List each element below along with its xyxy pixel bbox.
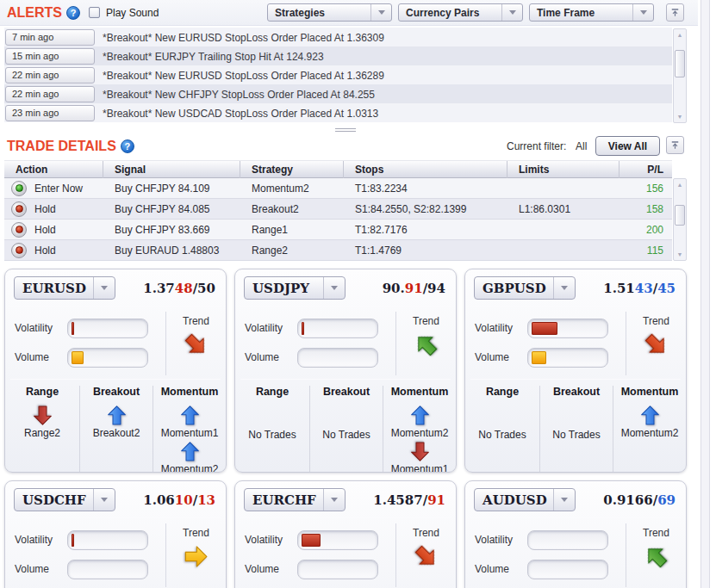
action-cell: Enter Now	[4, 181, 103, 196]
alerts-header-bar: ALERTS ? Play Sound Strategies Currency …	[0, 0, 698, 26]
pair-select-dropdown[interactable]: EURUSD	[14, 276, 115, 300]
volume-label: Volume	[235, 351, 297, 363]
alert-message: *Breakout* EURJPY Trailing Stop Hit At 1…	[103, 51, 324, 63]
column-header-limits[interactable]: Limits	[507, 161, 619, 178]
pair-select-dropdown[interactable]: GBPUSD	[474, 276, 576, 300]
column-header-action[interactable]: Action	[4, 161, 103, 178]
play-sound-checkbox[interactable]	[89, 7, 100, 18]
alert-message: *Breakout* New EURUSD StopLoss Order Pla…	[103, 70, 384, 82]
alert-row[interactable]: 7 min ago *Breakout* New EURUSD StopLoss…	[4, 28, 672, 46]
trade-row[interactable]: Hold Buy CHFJPY 83.669 Range1 T1:82.7176…	[4, 220, 672, 240]
column-header-strategy[interactable]: Strategy	[240, 161, 344, 178]
trend-arrow-icon	[414, 332, 439, 357]
price-segment: 91	[405, 281, 423, 296]
panel-meters-section: Volatility Volume Trend	[235, 518, 456, 588]
price-segment: 1.37	[143, 281, 175, 296]
alerts-scrollbar[interactable]: ▲ ▼	[673, 28, 687, 123]
panel-meters-section: Volatility Volume Trend	[235, 306, 456, 379]
momentum-column-header: Momentum	[383, 386, 456, 403]
alert-time-button[interactable]: 7 min ago	[5, 29, 95, 46]
panel-meters-section: Volatility Volume Trend	[465, 306, 686, 379]
help-icon[interactable]: ?	[121, 139, 134, 153]
current-filter-value: All	[576, 140, 587, 152]
alert-time-button[interactable]: 22 min ago	[5, 86, 95, 102]
volatility-label: Volatility	[5, 322, 67, 334]
chevron-down-icon	[632, 4, 653, 21]
alert-time-button[interactable]: 22 min ago	[5, 67, 95, 84]
page-scrollbar[interactable]	[700, 0, 710, 588]
trend-box: Trend	[626, 306, 686, 361]
action-label: Hold	[34, 244, 56, 257]
trend-label: Trend	[166, 527, 226, 539]
view-all-button[interactable]: View All	[595, 136, 660, 156]
chevron-down-icon	[553, 489, 575, 511]
column-header-signal[interactable]: Signal	[103, 161, 240, 178]
up-arrow-icon	[153, 405, 226, 426]
action-label: Hold	[34, 224, 56, 236]
pair-name: GBPUSD	[475, 281, 553, 296]
trade-row[interactable]: Hold Buy CHFJPY 84.085 Breakout2 S1:84.2…	[4, 199, 672, 220]
trade-row[interactable]: Enter Now Buy CHFJPY 84.109 Momentum2 T1…	[4, 178, 672, 199]
column-header-pl[interactable]: P/L	[619, 161, 672, 178]
status-icon	[11, 201, 27, 217]
volatility-meter-fill	[72, 322, 74, 335]
collapse-panel-button[interactable]	[666, 3, 684, 22]
volatility-meter-fill	[72, 534, 74, 547]
alert-row[interactable]: 23 min ago *Breakout* New USDCAD StopLos…	[4, 103, 672, 122]
breakout-column: Breakout No Trades	[309, 386, 383, 473]
scrollbar-thumb[interactable]	[675, 50, 685, 77]
pair-name: USDJPY	[245, 281, 323, 296]
scroll-up-icon[interactable]: ▲	[674, 179, 686, 190]
price-segment: 1.4587	[373, 492, 422, 508]
volatility-label: Volatility	[5, 534, 67, 546]
signal-cell: Buy EURAUD 1.48803	[103, 244, 240, 257]
pair-name: EURUSD	[15, 281, 93, 296]
range-column-body: No Trades	[235, 429, 309, 441]
trade-details-header: TRADE DETAILS ? Current filter: All View…	[0, 133, 698, 159]
collapse-panel-button[interactable]	[666, 136, 684, 154]
resize-gripper[interactable]	[335, 127, 356, 132]
time-frame-dropdown[interactable]: Time Frame	[529, 3, 654, 22]
pair-select-dropdown[interactable]: EURCHF	[244, 488, 346, 511]
panel-meters-section: Volatility Volume Trend	[465, 518, 686, 588]
currency-pairs-dropdown[interactable]: Currency Pairs	[398, 3, 523, 22]
volume-meter	[527, 560, 608, 579]
pair-select-dropdown[interactable]: AUDUSD	[474, 488, 576, 511]
volatility-meter-fill	[302, 322, 304, 335]
alert-row[interactable]: 22 min ago *Breakout* New EURUSD StopLos…	[4, 65, 672, 84]
alert-time-button[interactable]: 15 min ago	[5, 48, 95, 65]
alert-row[interactable]: 22 min ago *Breakout* New CHFJPY StopLos…	[4, 84, 672, 103]
volume-label: Volume	[235, 563, 297, 575]
volume-meter	[67, 560, 148, 579]
volume-meter	[297, 348, 378, 368]
pair-select-dropdown[interactable]: USDCHF	[14, 488, 115, 511]
alert-message-cell: *Breakout* New EURUSD StopLoss Order Pla…	[95, 67, 672, 83]
column-header-stops[interactable]: Stops	[344, 161, 507, 178]
trades-scrollbar[interactable]: ▲ ▼	[673, 178, 687, 261]
alert-row[interactable]: 15 min ago *Breakout* EURJPY Trailing St…	[4, 46, 672, 65]
strategies-dropdown[interactable]: Strategies	[267, 3, 392, 22]
breakout-column: Breakout Breakout2	[79, 386, 153, 473]
trade-row[interactable]: Hold Buy EURAUD 1.48803 Range2 T1:1.4769…	[4, 240, 672, 261]
action-cell: Hold	[4, 243, 103, 258]
scrollbar-thumb[interactable]	[675, 205, 685, 226]
trend-box: Trend	[396, 518, 456, 573]
trend-box: Trend	[166, 518, 226, 573]
chevron-down-icon	[323, 489, 345, 511]
scroll-down-icon[interactable]: ▼	[674, 249, 686, 260]
scroll-up-icon[interactable]: ▲	[674, 29, 686, 40]
volume-meter	[527, 348, 608, 368]
strategy-cell: Momentum2	[240, 183, 344, 195]
strategy-cell: Range2	[240, 244, 344, 257]
help-icon[interactable]: ?	[66, 6, 80, 20]
trend-label: Trend	[166, 315, 226, 327]
volume-label: Volume	[5, 563, 67, 575]
volatility-meter	[297, 530, 378, 550]
scroll-down-icon[interactable]: ▼	[674, 111, 686, 122]
trend-arrow-icon	[184, 544, 209, 569]
pair-select-dropdown[interactable]: USDJPY	[244, 276, 346, 300]
stops-cell: T1:82.7176	[344, 224, 507, 236]
alert-time-button[interactable]: 23 min ago	[5, 105, 95, 121]
currency-pairs-dropdown-label: Currency Pairs	[399, 7, 501, 19]
signal-cell: Buy CHFJPY 84.109	[103, 183, 240, 195]
